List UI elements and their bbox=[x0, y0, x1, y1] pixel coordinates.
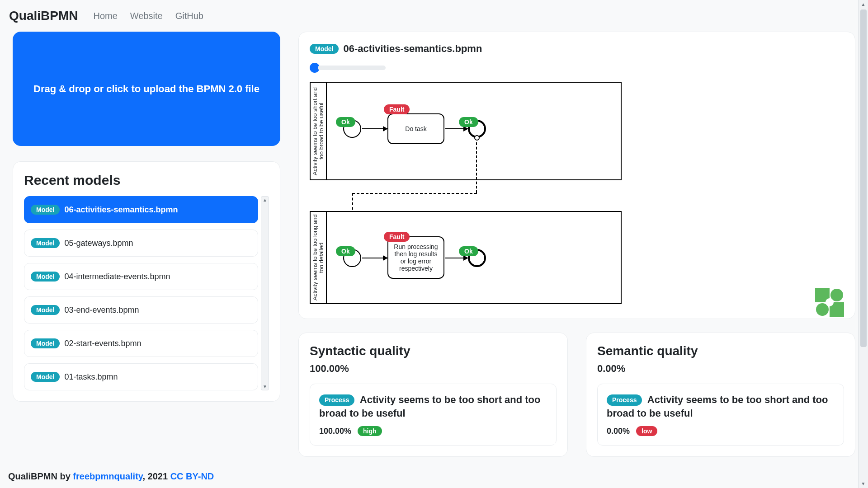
bpmn-io-logo-icon bbox=[815, 288, 844, 317]
footer-license-link[interactable]: CC BY-ND bbox=[170, 471, 214, 481]
page-scrollbar[interactable]: ▲ ▼ bbox=[858, 0, 868, 488]
dropzone-label: Drag & drop or click to upload the BPMN … bbox=[33, 83, 259, 95]
process-badge: Process bbox=[319, 394, 354, 406]
scroll-down-icon[interactable]: ▼ bbox=[263, 384, 267, 389]
quality-title: Semantic quality bbox=[597, 344, 844, 358]
recent-model-name: 03-end-events.bpmn bbox=[64, 305, 139, 315]
recent-model-name: 05-gateways.bpmn bbox=[64, 239, 133, 248]
recent-models-title: Recent models bbox=[24, 173, 269, 188]
pool-label: Activity seems to be too short and too b… bbox=[311, 83, 327, 179]
recent-model-item[interactable]: Model 06-activities-semantics.bpmn bbox=[24, 196, 258, 223]
upload-dropzone[interactable]: Drag & drop or click to upload the BPMN … bbox=[13, 32, 280, 146]
model-badge: Model bbox=[31, 372, 60, 382]
semantic-quality-card: Semantic quality 0.00% Process Activity … bbox=[586, 333, 855, 457]
bpmn-pool: Activity seems to be too long and too de… bbox=[310, 211, 622, 304]
model-header: Model 06-activities-semantics.bpmn bbox=[310, 43, 844, 55]
pool-label-text: Activity seems to be too short and too b… bbox=[312, 83, 325, 179]
quality-percent: 0.00% bbox=[597, 363, 844, 375]
fault-marker: Fault bbox=[384, 104, 410, 114]
recent-model-item[interactable]: Model 05-gateways.bpmn bbox=[24, 230, 258, 257]
model-badge: Model bbox=[31, 305, 60, 315]
scroll-up-icon[interactable]: ▲ bbox=[263, 197, 267, 202]
zoom-slider[interactable] bbox=[310, 63, 844, 73]
top-nav: QualiBPMN Home Website GitHub bbox=[0, 0, 868, 32]
quality-level-badge: high bbox=[358, 426, 382, 436]
sequence-flow bbox=[445, 128, 468, 129]
pool-label: Activity seems to be too long and too de… bbox=[311, 212, 327, 303]
recent-scrollbar[interactable]: ▲ ▼ bbox=[261, 196, 269, 390]
task-label: Do task bbox=[405, 125, 426, 132]
recent-model-item[interactable]: Model 03-end-events.bpmn bbox=[24, 296, 258, 324]
quality-item[interactable]: Process Activity seems to be too short a… bbox=[310, 384, 557, 446]
nav-links: Home Website GitHub bbox=[93, 11, 203, 21]
scroll-down-icon[interactable]: ▼ bbox=[861, 479, 866, 488]
model-badge: Model bbox=[31, 238, 60, 248]
recent-model-name: 01-tasks.bpmn bbox=[64, 372, 118, 382]
model-viewer-card: Model 06-activities-semantics.bpmn Activ… bbox=[298, 32, 855, 319]
ok-marker: Ok bbox=[459, 117, 478, 127]
brand-logo[interactable]: QualiBPMN bbox=[9, 9, 78, 23]
sequence-flow bbox=[362, 128, 387, 129]
process-badge: Process bbox=[607, 394, 642, 406]
bpmn-diagram[interactable]: Activity seems to be too short and too b… bbox=[310, 82, 844, 308]
ok-marker: Ok bbox=[336, 117, 355, 127]
message-flow bbox=[476, 142, 477, 193]
sequence-flow bbox=[445, 258, 468, 258]
recent-model-item[interactable]: Model 02-start-events.bpmn bbox=[24, 330, 258, 357]
model-badge: Model bbox=[310, 44, 339, 54]
current-model-name: 06-activities-semantics.bpmn bbox=[343, 43, 482, 55]
bpmn-pool: Activity seems to be too short and too b… bbox=[310, 82, 622, 180]
model-badge: Model bbox=[31, 272, 60, 282]
svg-point-4 bbox=[826, 298, 834, 306]
footer-prefix: QualiBPMN by bbox=[8, 471, 73, 481]
recent-model-name: 04-intermediate-events.bpmn bbox=[64, 272, 170, 282]
quality-level-badge: low bbox=[636, 426, 657, 436]
bpmn-task[interactable]: Run processing then log results or log e… bbox=[387, 236, 444, 279]
slider-track[interactable] bbox=[318, 66, 386, 70]
sequence-flow bbox=[362, 258, 387, 258]
footer-author-link[interactable]: freebpmnquality bbox=[73, 471, 142, 481]
message-flow bbox=[352, 193, 477, 194]
recent-model-item[interactable]: Model 01-tasks.bpmn bbox=[24, 363, 258, 390]
quality-item-percent: 0.00% bbox=[607, 427, 630, 436]
quality-item[interactable]: Process Activity seems to be too short a… bbox=[597, 384, 844, 446]
quality-item-title: Process Activity seems to be too short a… bbox=[607, 393, 835, 420]
quality-item-meta: 100.00% high bbox=[319, 426, 547, 436]
quality-percent: 100.00% bbox=[310, 363, 557, 375]
nav-github[interactable]: GitHub bbox=[175, 11, 203, 21]
quality-row: Syntactic quality 100.00% Process Activi… bbox=[298, 333, 855, 457]
event-sub-icon bbox=[474, 135, 480, 141]
quality-item-percent: 100.00% bbox=[319, 427, 351, 436]
bpmn-task[interactable]: Do task bbox=[387, 113, 444, 144]
scroll-thumb[interactable] bbox=[860, 9, 867, 479]
nav-website[interactable]: Website bbox=[130, 11, 163, 21]
scroll-up-icon[interactable]: ▲ bbox=[861, 0, 866, 9]
model-badge: Model bbox=[31, 205, 60, 215]
ok-marker: Ok bbox=[336, 246, 355, 256]
recent-model-name: 06-activities-semantics.bpmn bbox=[64, 205, 178, 215]
ok-marker: Ok bbox=[459, 246, 478, 256]
recent-models-list: Model 06-activities-semantics.bpmn Model… bbox=[24, 196, 258, 390]
fault-marker: Fault bbox=[384, 232, 410, 242]
recent-model-item[interactable]: Model 04-intermediate-events.bpmn bbox=[24, 263, 258, 290]
quality-title: Syntactic quality bbox=[310, 344, 557, 358]
quality-item-title: Process Activity seems to be too short a… bbox=[319, 393, 547, 420]
task-label: Run processing then log results or log e… bbox=[392, 243, 440, 272]
recent-model-name: 02-start-events.bpmn bbox=[64, 339, 141, 348]
nav-home[interactable]: Home bbox=[93, 11, 117, 21]
model-badge: Model bbox=[31, 338, 60, 348]
footer: QualiBPMN by freebpmnquality, 2021 CC BY… bbox=[8, 471, 214, 482]
pool-label-text: Activity seems to be too long and too de… bbox=[312, 212, 325, 303]
footer-year: , 2021 bbox=[142, 471, 170, 481]
syntactic-quality-card: Syntactic quality 100.00% Process Activi… bbox=[298, 333, 568, 457]
quality-item-meta: 0.00% low bbox=[607, 426, 835, 436]
recent-models-card: Recent models Model 06-activities-semant… bbox=[13, 161, 280, 402]
